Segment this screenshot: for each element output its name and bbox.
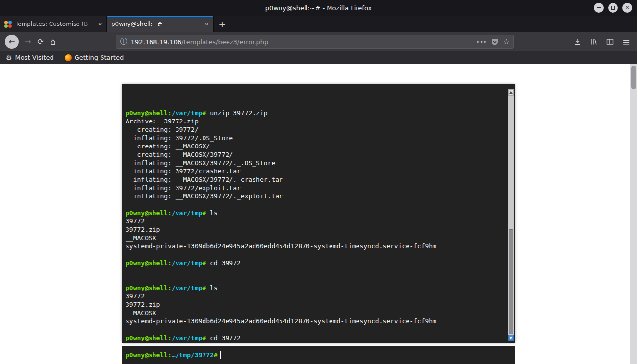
shell-prompt: p0wny@shell:…/tmp/39772# (126, 351, 218, 359)
page-actions-button[interactable]: ••• (476, 39, 487, 45)
terminal-line (126, 250, 505, 259)
url-domain: 192.168.19.106 (131, 38, 181, 46)
terminal-line: inflating: 39772/exploit.tar (126, 184, 505, 192)
pocket-icon[interactable] (491, 38, 499, 46)
scrollbar-track[interactable] (508, 96, 514, 335)
close-button[interactable]: ✕ (622, 3, 632, 13)
maximize-button[interactable] (608, 3, 618, 13)
home-icon: ⌂ (50, 36, 55, 47)
library-button library-icon[interactable] (590, 38, 598, 46)
terminal-line (126, 325, 505, 334)
terminal-line (126, 267, 505, 275)
scrollbar-thumb[interactable] (509, 229, 513, 334)
text-cursor (220, 351, 221, 359)
scroll-down-button[interactable] (508, 335, 514, 341)
forward-icon: → (25, 37, 31, 46)
terminal-line: inflating: 39772/.DS_Store (126, 134, 505, 142)
tab-close-icon[interactable]: ✕ (98, 22, 102, 27)
page-content: p0wny@shell:/var/tmp# unzip 39772.zipArc… (0, 64, 637, 364)
terminal-line: Archive: 39772.zip (126, 117, 505, 125)
plus-icon: + (218, 19, 226, 29)
terminal-line: inflating: 39772/crasher.tar (126, 167, 505, 175)
terminal-line (126, 200, 505, 209)
terminal-line: creating: __MACOSX/ (126, 142, 505, 150)
page-scrollbar-thumb[interactable] (631, 66, 636, 89)
terminal-output: p0wny@shell:/var/tmp# unzip 39772.zipArc… (122, 84, 515, 343)
minimize-icon (597, 7, 601, 8)
terminal-line: systemd-private-1309db6d24e945a2ad60edd4… (126, 242, 505, 250)
terminal-line: inflating: __MACOSX/39772/._.DS_Store (126, 159, 505, 167)
terminal-line (126, 275, 505, 284)
terminal-line: creating: 39772/ (126, 125, 505, 134)
navigation-toolbar: ← → ⟳ ⌂ ⓘ 192.168.19.106/templates/beez3… (0, 32, 637, 51)
terminal-line: p0wny@shell:/var/tmp# ls (126, 209, 505, 217)
close-icon: ✕ (625, 5, 629, 10)
tab-bar: Templates: Customise (B ✕ p0wny@shell:~#… (0, 16, 637, 32)
minimize-button[interactable] (594, 3, 604, 13)
tab-label: p0wny@shell:~# (111, 21, 202, 27)
terminal-line: p0wny@shell:/var/tmp# ls (126, 284, 505, 292)
terminal-line: p0wny@shell:/var/tmp# cd 39972 (126, 259, 505, 267)
url-text: 192.168.19.106/templates/beez3/error.php (131, 38, 472, 46)
bookmark-item-most-visited[interactable]: ⚙ Most Visited (6, 54, 54, 61)
ellipsis-icon: ••• (476, 39, 487, 45)
terminal-line: __MACOSX (126, 234, 505, 242)
terminal-line: p0wny@shell:/var/tmp# unzip 39772.zip (126, 109, 505, 117)
terminal-line: inflating: __MACOSX/39772/._exploit.tar (126, 192, 505, 200)
menu-button[interactable]: ≡ (622, 37, 630, 47)
bookmarks-toolbar: ⚙ Most Visited Getting Started (0, 51, 637, 64)
terminal-window: p0wny@shell:/var/tmp# unzip 39772.zipArc… (122, 84, 515, 343)
back-button[interactable]: ← (5, 35, 19, 49)
tab-p0wny-shell[interactable]: p0wny@shell:~# ✕ (107, 16, 214, 32)
terminal-line: creating: __MACOSX/39772/ (126, 150, 505, 159)
url-bar[interactable]: ⓘ 192.168.19.106/templates/beez3/error.p… (116, 35, 514, 49)
toolbar-buttons: ≡ (574, 37, 632, 47)
sidebar-button sidebar-icon[interactable] (606, 38, 614, 46)
terminal-line: 39772 (126, 292, 505, 300)
reload-button[interactable]: ⟳ (38, 38, 44, 46)
terminal-line: inflating: __MACOSX/39772/._crasher.tar (126, 175, 505, 184)
bookmark-star-icon[interactable]: ☆ (503, 37, 509, 46)
terminal-line: 39772.zip (126, 300, 505, 309)
downloads-button download-icon[interactable] (574, 38, 582, 46)
triangle-up-icon (509, 91, 513, 94)
joomla-favicon-icon (4, 21, 12, 28)
scroll-up-button[interactable] (508, 89, 514, 96)
tab-templates-customise[interactable]: Templates: Customise (B ✕ (0, 16, 107, 32)
terminal-line: __MACOSX (126, 309, 505, 317)
terminal-scrollbar[interactable] (508, 89, 514, 341)
reload-icon: ⟳ (38, 37, 44, 46)
terminal-line: 39772.zip (126, 225, 505, 234)
hamburger-icon: ≡ (622, 36, 630, 47)
nav-buttons: ← → ⟳ ⌂ (5, 35, 56, 49)
triangle-down-icon (509, 337, 513, 339)
home-button[interactable]: ⌂ (50, 37, 55, 46)
maximize-icon (611, 6, 615, 10)
firefox-icon (65, 54, 72, 61)
forward-button[interactable]: → (25, 38, 31, 46)
window-controls: ✕ (594, 3, 632, 13)
tab-label: Templates: Customise (B (15, 21, 95, 27)
terminal-line: p0wny@shell:/var/tmp# cd 39772 (126, 334, 505, 342)
window-title: p0wny@shell:~# - Mozilla Firefox (0, 4, 637, 12)
bookmark-item-getting-started[interactable]: Getting Started (65, 54, 124, 61)
terminal-line: systemd-private-1309db6d24e945a2ad60edd4… (126, 317, 505, 325)
terminal-line: 39772 (126, 217, 505, 225)
tab-close-icon[interactable]: ✕ (205, 22, 209, 27)
site-info-icon[interactable]: ⓘ (120, 37, 127, 46)
bookmark-label: Getting Started (75, 54, 124, 61)
titlebar: p0wny@shell:~# - Mozilla Firefox ✕ (0, 0, 637, 16)
most-visited-gear-icon: ⚙ (6, 54, 12, 61)
url-path: /templates/beez3/error.php (181, 38, 268, 46)
new-tab-button[interactable]: + (214, 16, 230, 32)
back-icon: ← (9, 37, 15, 46)
shell-prompt-path: …/tmp/39772 (172, 351, 214, 359)
bookmark-label: Most Visited (15, 54, 54, 61)
shell-command-input[interactable]: p0wny@shell:…/tmp/39772# (122, 346, 515, 364)
firefox-window: p0wny@shell:~# - Mozilla Firefox ✕ Templ… (0, 0, 637, 364)
page-scrollbar[interactable] (630, 64, 637, 364)
